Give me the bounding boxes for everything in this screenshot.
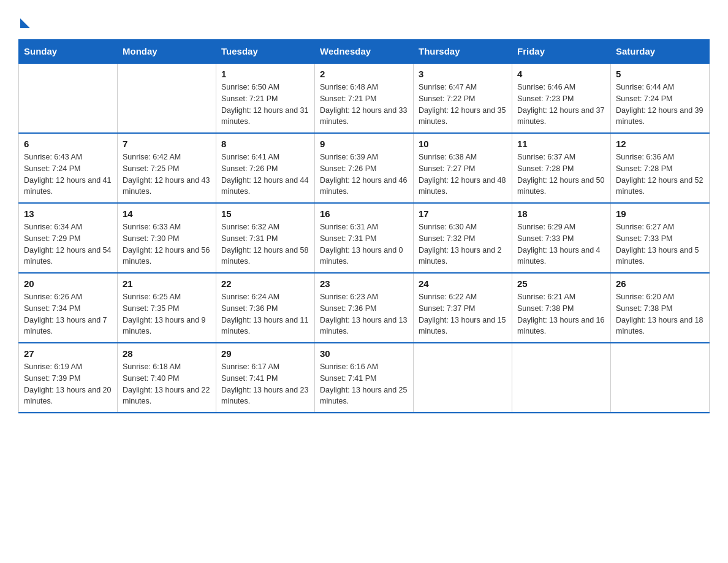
day-info: Sunrise: 6:26 AMSunset: 7:34 PMDaylight:… xyxy=(24,291,112,337)
day-number: 21 xyxy=(123,278,211,289)
day-info: Sunrise: 6:50 AMSunset: 7:21 PMDaylight:… xyxy=(221,82,309,128)
weekday-header-tuesday: Tuesday xyxy=(216,40,315,64)
day-number: 25 xyxy=(517,278,605,289)
calendar-cell: 21Sunrise: 6:25 AMSunset: 7:35 PMDayligh… xyxy=(118,273,216,343)
day-info: Sunrise: 6:19 AMSunset: 7:39 PMDaylight:… xyxy=(24,361,112,407)
day-info: Sunrise: 6:18 AMSunset: 7:40 PMDaylight:… xyxy=(123,361,211,407)
day-number: 8 xyxy=(221,139,309,149)
day-number: 19 xyxy=(616,209,704,219)
calendar-cell: 18Sunrise: 6:29 AMSunset: 7:33 PMDayligh… xyxy=(512,203,611,273)
day-number: 13 xyxy=(24,209,112,219)
day-number: 9 xyxy=(320,139,408,149)
weekday-header-sunday: Sunday xyxy=(19,40,118,64)
calendar-cell xyxy=(414,343,512,413)
calendar-cell: 24Sunrise: 6:22 AMSunset: 7:37 PMDayligh… xyxy=(414,273,512,343)
day-number: 26 xyxy=(616,278,704,289)
day-info: Sunrise: 6:16 AMSunset: 7:41 PMDaylight:… xyxy=(320,361,408,407)
day-number: 10 xyxy=(419,139,507,149)
day-info: Sunrise: 6:21 AMSunset: 7:38 PMDaylight:… xyxy=(517,291,605,337)
day-number: 6 xyxy=(24,139,112,149)
day-number: 20 xyxy=(24,278,112,289)
day-number: 3 xyxy=(419,69,507,79)
day-info: Sunrise: 6:44 AMSunset: 7:24 PMDaylight:… xyxy=(616,82,704,128)
calendar-cell: 20Sunrise: 6:26 AMSunset: 7:34 PMDayligh… xyxy=(19,273,118,343)
day-number: 14 xyxy=(123,209,211,219)
day-number: 29 xyxy=(221,348,309,359)
day-number: 17 xyxy=(419,209,507,219)
day-number: 18 xyxy=(517,209,605,219)
calendar-cell: 4Sunrise: 6:46 AMSunset: 7:23 PMDaylight… xyxy=(512,63,611,133)
page-header xyxy=(18,12,710,27)
day-info: Sunrise: 6:34 AMSunset: 7:29 PMDaylight:… xyxy=(24,221,112,267)
calendar-cell: 10Sunrise: 6:38 AMSunset: 7:27 PMDayligh… xyxy=(414,133,512,203)
calendar-cell: 16Sunrise: 6:31 AMSunset: 7:31 PMDayligh… xyxy=(315,203,414,273)
calendar-cell: 27Sunrise: 6:19 AMSunset: 7:39 PMDayligh… xyxy=(19,343,118,413)
calendar-cell: 14Sunrise: 6:33 AMSunset: 7:30 PMDayligh… xyxy=(118,203,216,273)
weekday-header-monday: Monday xyxy=(118,40,216,64)
day-info: Sunrise: 6:23 AMSunset: 7:36 PMDaylight:… xyxy=(320,291,408,337)
calendar-cell: 28Sunrise: 6:18 AMSunset: 7:40 PMDayligh… xyxy=(118,343,216,413)
calendar-cell: 11Sunrise: 6:37 AMSunset: 7:28 PMDayligh… xyxy=(512,133,611,203)
calendar-week-row: 27Sunrise: 6:19 AMSunset: 7:39 PMDayligh… xyxy=(19,343,710,413)
day-number: 5 xyxy=(616,69,704,79)
day-info: Sunrise: 6:17 AMSunset: 7:41 PMDaylight:… xyxy=(221,361,309,407)
weekday-header-saturday: Saturday xyxy=(611,40,710,64)
weekday-header-wednesday: Wednesday xyxy=(315,40,414,64)
weekday-header-thursday: Thursday xyxy=(414,40,512,64)
day-number: 22 xyxy=(221,278,309,289)
day-number: 7 xyxy=(123,139,211,149)
calendar-cell xyxy=(19,63,118,133)
calendar-cell: 5Sunrise: 6:44 AMSunset: 7:24 PMDaylight… xyxy=(611,63,710,133)
calendar-cell: 9Sunrise: 6:39 AMSunset: 7:26 PMDaylight… xyxy=(315,133,414,203)
day-info: Sunrise: 6:39 AMSunset: 7:26 PMDaylight:… xyxy=(320,151,408,197)
day-info: Sunrise: 6:46 AMSunset: 7:23 PMDaylight:… xyxy=(517,82,605,128)
day-number: 15 xyxy=(221,209,309,219)
day-number: 30 xyxy=(320,348,408,359)
logo xyxy=(18,12,30,27)
calendar-cell xyxy=(512,343,611,413)
day-info: Sunrise: 6:47 AMSunset: 7:22 PMDaylight:… xyxy=(419,82,507,128)
calendar-cell xyxy=(611,343,710,413)
calendar-cell: 15Sunrise: 6:32 AMSunset: 7:31 PMDayligh… xyxy=(216,203,315,273)
calendar-week-row: 13Sunrise: 6:34 AMSunset: 7:29 PMDayligh… xyxy=(19,203,710,273)
calendar-cell: 7Sunrise: 6:42 AMSunset: 7:25 PMDaylight… xyxy=(118,133,216,203)
calendar-cell: 12Sunrise: 6:36 AMSunset: 7:28 PMDayligh… xyxy=(611,133,710,203)
day-number: 23 xyxy=(320,278,408,289)
calendar-cell: 3Sunrise: 6:47 AMSunset: 7:22 PMDaylight… xyxy=(414,63,512,133)
calendar-cell: 19Sunrise: 6:27 AMSunset: 7:33 PMDayligh… xyxy=(611,203,710,273)
calendar-week-row: 1Sunrise: 6:50 AMSunset: 7:21 PMDaylight… xyxy=(19,63,710,133)
day-info: Sunrise: 6:33 AMSunset: 7:30 PMDaylight:… xyxy=(123,221,211,267)
calendar-cell: 29Sunrise: 6:17 AMSunset: 7:41 PMDayligh… xyxy=(216,343,315,413)
calendar-cell: 1Sunrise: 6:50 AMSunset: 7:21 PMDaylight… xyxy=(216,63,315,133)
calendar-cell: 2Sunrise: 6:48 AMSunset: 7:21 PMDaylight… xyxy=(315,63,414,133)
calendar-cell: 22Sunrise: 6:24 AMSunset: 7:36 PMDayligh… xyxy=(216,273,315,343)
calendar-cell: 13Sunrise: 6:34 AMSunset: 7:29 PMDayligh… xyxy=(19,203,118,273)
calendar-week-row: 6Sunrise: 6:43 AMSunset: 7:24 PMDaylight… xyxy=(19,133,710,203)
day-info: Sunrise: 6:41 AMSunset: 7:26 PMDaylight:… xyxy=(221,151,309,197)
calendar-cell xyxy=(118,63,216,133)
day-info: Sunrise: 6:38 AMSunset: 7:27 PMDaylight:… xyxy=(419,151,507,197)
calendar-cell: 8Sunrise: 6:41 AMSunset: 7:26 PMDaylight… xyxy=(216,133,315,203)
day-info: Sunrise: 6:42 AMSunset: 7:25 PMDaylight:… xyxy=(123,151,211,197)
calendar-cell: 26Sunrise: 6:20 AMSunset: 7:38 PMDayligh… xyxy=(611,273,710,343)
calendar-cell: 23Sunrise: 6:23 AMSunset: 7:36 PMDayligh… xyxy=(315,273,414,343)
day-info: Sunrise: 6:37 AMSunset: 7:28 PMDaylight:… xyxy=(517,151,605,197)
day-info: Sunrise: 6:36 AMSunset: 7:28 PMDaylight:… xyxy=(616,151,704,197)
day-number: 24 xyxy=(419,278,507,289)
day-info: Sunrise: 6:43 AMSunset: 7:24 PMDaylight:… xyxy=(24,151,112,197)
calendar-cell: 30Sunrise: 6:16 AMSunset: 7:41 PMDayligh… xyxy=(315,343,414,413)
day-number: 4 xyxy=(517,69,605,79)
day-info: Sunrise: 6:27 AMSunset: 7:33 PMDaylight:… xyxy=(616,221,704,267)
day-info: Sunrise: 6:31 AMSunset: 7:31 PMDaylight:… xyxy=(320,221,408,267)
calendar-table: SundayMondayTuesdayWednesdayThursdayFrid… xyxy=(18,39,710,413)
weekday-header-friday: Friday xyxy=(512,40,611,64)
day-number: 12 xyxy=(616,139,704,149)
day-number: 2 xyxy=(320,69,408,79)
day-info: Sunrise: 6:32 AMSunset: 7:31 PMDaylight:… xyxy=(221,221,309,267)
day-number: 27 xyxy=(24,348,112,359)
day-number: 16 xyxy=(320,209,408,219)
day-info: Sunrise: 6:48 AMSunset: 7:21 PMDaylight:… xyxy=(320,82,408,128)
day-info: Sunrise: 6:29 AMSunset: 7:33 PMDaylight:… xyxy=(517,221,605,267)
calendar-cell: 17Sunrise: 6:30 AMSunset: 7:32 PMDayligh… xyxy=(414,203,512,273)
calendar-cell: 6Sunrise: 6:43 AMSunset: 7:24 PMDaylight… xyxy=(19,133,118,203)
